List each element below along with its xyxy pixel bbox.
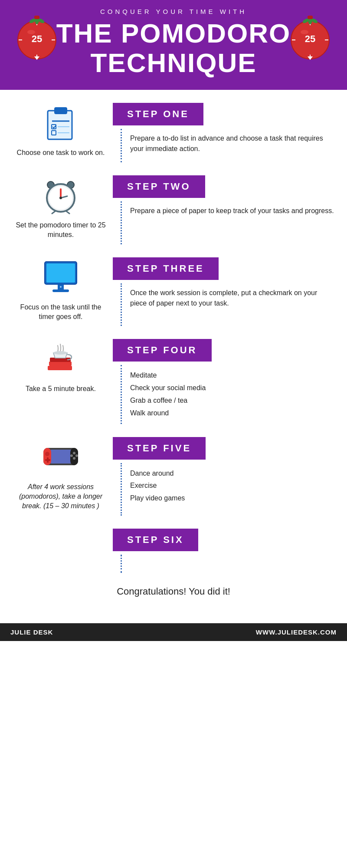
list-item: Walk around [130, 407, 334, 420]
svg-line-40 [52, 211, 56, 214]
step-four-caption: Take a 5 minute break. [26, 384, 96, 394]
list-item: Check your social media [130, 382, 334, 395]
step-four-section: Take a 5 minute break. STEP FOUR Meditat… [0, 326, 347, 424]
step-one-label: STEP ONE [127, 108, 189, 119]
svg-line-41 [66, 211, 69, 214]
step-three-section: Focus on the task until the timer goes o… [0, 244, 347, 326]
step-five-section: After 4 work sessions (pomodoros), take … [0, 424, 347, 516]
svg-point-50 [53, 351, 67, 355]
step-one-dotted-line [121, 129, 122, 162]
congrats-text: Congratulations! You did it! [0, 577, 347, 610]
list-item: Meditate [130, 369, 334, 382]
step-four-label-box: STEP FOUR [113, 339, 212, 362]
step-five-label: STEP FIVE [127, 443, 191, 454]
step-three-caption: Focus on the task until the timer goes o… [13, 302, 108, 322]
svg-point-56 [75, 454, 78, 457]
step-two-label-box: STEP TWO [113, 175, 205, 198]
svg-point-39 [59, 197, 62, 199]
step-five-label-box: STEP FIVE [113, 437, 206, 460]
game-controller-icon [41, 437, 80, 478]
step-four-list: Meditate Check your social media Grab a … [113, 369, 334, 419]
svg-rect-45 [52, 289, 69, 292]
step-five-caption: After 4 work sessions (pomodoros), take … [13, 482, 108, 511]
step-one-right: STEP ONE Prepare a to-do list in advance… [108, 103, 334, 158]
svg-point-57 [70, 454, 73, 457]
svg-rect-48 [49, 362, 72, 366]
step-four-right: STEP FOUR Meditate Check your social med… [108, 339, 334, 419]
step-one-left: Choose one task to work on. [13, 103, 108, 158]
coffee-icon [41, 339, 80, 380]
tomato-left-icon: 25 [13, 13, 61, 61]
step-five-dotted-line [121, 463, 122, 516]
footer-left: JULIE DESK [10, 628, 53, 636]
step-one-text: Prepare a to-do list in advance and choo… [113, 133, 334, 154]
step-four-label: STEP FOUR [127, 345, 197, 355]
step-six-label-box: STEP SIX [113, 529, 198, 551]
footer: JULIE DESK WWW.JULIEDESK.COM [0, 623, 347, 641]
svg-rect-47 [48, 366, 72, 370]
footer-right: WWW.JULIEDESK.COM [256, 628, 337, 636]
step-three-right: STEP THREE Once the work session is comp… [108, 257, 334, 322]
tomato-right-icon: 25 [286, 13, 334, 61]
step-four-left: Take a 5 minute break. [13, 339, 108, 419]
step-two-right: STEP TWO Prepare a piece of paper to kee… [108, 175, 334, 240]
step-three-label-box: STEP THREE [113, 257, 219, 280]
step-six-right: STEP SIX [108, 529, 334, 556]
svg-rect-12 [34, 16, 39, 19]
step-six-dotted-line [121, 555, 122, 573]
header: 25 25 CONQUER YOUR TIME [0, 0, 347, 90]
svg-point-59 [45, 452, 49, 456]
svg-text:25: 25 [32, 33, 42, 44]
list-item: Dance around [130, 467, 334, 480]
svg-rect-61 [47, 457, 49, 463]
step-three-text: Once the work session is complete, put a… [113, 288, 334, 309]
svg-rect-52 [50, 450, 72, 464]
step-six-label: STEP SIX [127, 534, 184, 545]
step-one-label-box: STEP ONE [113, 103, 203, 125]
step-one-caption: Choose one task to work on. [17, 148, 105, 158]
step-two-dotted-line [121, 201, 122, 244]
clock-icon [41, 175, 80, 216]
monitor-icon [41, 257, 80, 298]
step-three-dotted-line [121, 283, 122, 326]
step-two-text: Prepare a piece of paper to keep track o… [113, 206, 334, 216]
step-two-section: Set the pomodoro timer to 25 minutes. ST… [0, 162, 347, 244]
step-four-dotted-line [121, 365, 122, 424]
step-six-left [13, 529, 108, 556]
step-six-section: STEP SIX [0, 516, 347, 556]
content: Choose one task to work on. STEP ONE Pre… [0, 90, 347, 623]
svg-point-46 [60, 286, 62, 288]
svg-rect-43 [46, 263, 75, 283]
svg-point-58 [73, 457, 75, 460]
step-two-left: Set the pomodoro timer to 25 minutes. [13, 175, 108, 240]
step-one-section: Choose one task to work on. STEP ONE Pre… [0, 90, 347, 162]
list-item: Grab a coffee / tea [130, 395, 334, 407]
step-two-caption: Set the pomodoro timer to 25 minutes. [13, 220, 108, 240]
step-three-label: STEP THREE [127, 263, 204, 274]
svg-rect-27 [54, 107, 67, 114]
step-three-left: Focus on the task until the timer goes o… [13, 257, 108, 322]
step-five-right: STEP FIVE Dance around Exercise Play vid… [108, 437, 334, 511]
svg-rect-25 [308, 16, 313, 19]
svg-text:25: 25 [305, 33, 315, 44]
svg-point-55 [73, 452, 75, 454]
step-two-label: STEP TWO [127, 181, 191, 192]
list-item: Exercise [130, 480, 334, 492]
step-five-list: Dance around Exercise Play video games [113, 467, 334, 505]
clipboard-icon [41, 103, 80, 144]
list-item: Play video games [130, 492, 334, 505]
step-five-left: After 4 work sessions (pomodoros), take … [13, 437, 108, 511]
